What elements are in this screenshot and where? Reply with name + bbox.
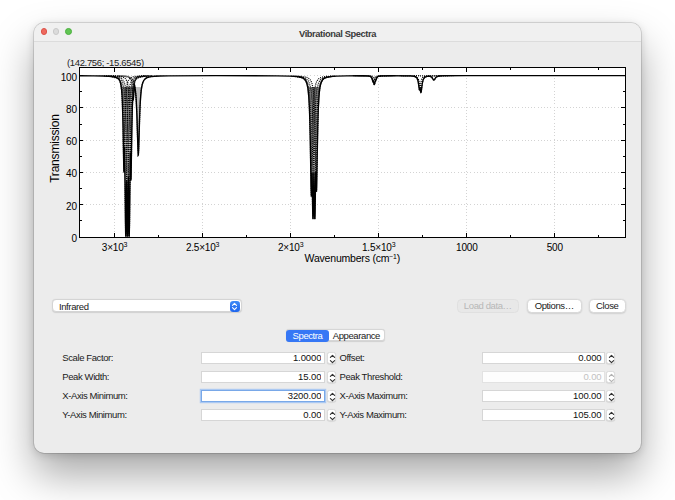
svg-text:3×103: 3×103 [102,241,128,253]
svg-text:2.5×103: 2.5×103 [186,241,220,253]
svg-text:1.5×103: 1.5×103 [362,241,396,253]
svg-text:Transmission: Transmission [48,115,62,184]
svg-text:2×103: 2×103 [278,241,304,253]
svg-text:0: 0 [71,233,77,244]
svg-text:Wavenumbers (cm−1): Wavenumbers (cm−1) [305,252,400,264]
svg-text:100: 100 [61,72,78,83]
svg-text:60: 60 [66,137,77,148]
svg-text:500: 500 [547,242,564,253]
svg-text:20: 20 [66,201,77,212]
svg-text:40: 40 [66,169,77,180]
svg-text:(142.756; -15.6545): (142.756; -15.6545) [67,58,144,69]
svg-text:80: 80 [66,104,77,115]
svg-text:1000: 1000 [456,242,478,253]
